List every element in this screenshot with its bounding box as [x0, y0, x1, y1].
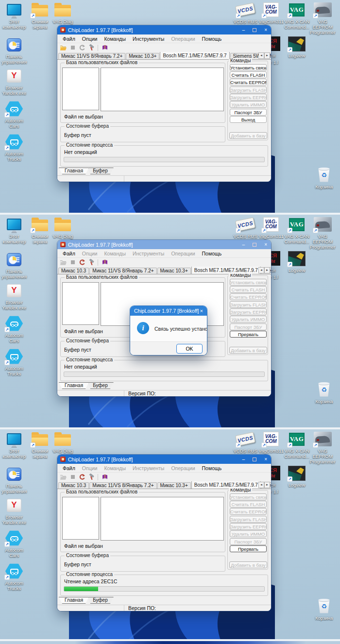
desktop-icon-vag-diag[interactable]: VAG Diag: [49, 217, 77, 239]
desktop-icon-recycle-bin[interactable]: ♻ Корзина: [311, 598, 337, 621]
reset-icon[interactable]: [78, 258, 86, 266]
tab-mikas103[interactable]: Микас 10.3: [58, 482, 89, 489]
desktop-icon-vag-xcan[interactable]: VAG ↗ VAG X-CAN Command...: [284, 217, 310, 244]
desktop-icon-this-pc[interactable]: Этот компьютер: [1, 217, 27, 244]
close-button[interactable]: ×: [264, 28, 267, 33]
desktop-icon-browser-yandex[interactable]: Y Browser Yandex.exe: [1, 68, 27, 96]
desktop-icon-vag-xcan[interactable]: VAG ↗ VAG X-CAN Command...: [284, 431, 310, 459]
desktop-icon-recycle-bin[interactable]: ♻ Корзина: [311, 167, 337, 189]
read-flash-button[interactable]: Считать FLASH: [230, 71, 267, 78]
settings-hammer-icon[interactable]: [87, 258, 95, 266]
help-book-icon[interactable]: [101, 258, 109, 266]
help-book-icon[interactable]: [101, 44, 109, 51]
desktop-icon-this-pc[interactable]: Этот компьютер: [1, 2, 27, 30]
file-category-list[interactable]: [62, 282, 99, 325]
desktop-icon-control-panel[interactable]: Панель управления: [1, 252, 27, 279]
tab-bosch-me7[interactable]: Bosch ME7.1/ME7.5/ME7.9.7: [191, 481, 261, 489]
tab-mikas11[interactable]: Микас 11/VS 8/Январь 7.2+: [89, 268, 156, 274]
desktop-icon-browser-yandex[interactable]: Y Browser Yandex.exe: [1, 283, 27, 310]
maximize-button[interactable]: [253, 458, 256, 461]
minimize-button[interactable]: –: [242, 28, 245, 33]
minimize-button[interactable]: –: [242, 457, 245, 462]
menu-help[interactable]: Помощь: [199, 251, 225, 256]
bottom-tab-main[interactable]: Главная: [59, 597, 89, 604]
desktop-icon-vcds-rus[interactable]: VCDS ↗ VCDS RUS: [232, 431, 258, 454]
desktop-icon-autocom-trucks[interactable]: ↗ Autocom Trucks: [1, 563, 27, 591]
open-file-icon[interactable]: [59, 44, 68, 51]
desktop-icon-this-pc[interactable]: Этот компьютер: [1, 431, 27, 459]
tab-scroll-right-icon[interactable]: ►: [264, 267, 270, 273]
menu-help[interactable]: Помощь: [199, 465, 225, 471]
bottom-tab-buffer[interactable]: Буфер: [87, 597, 114, 604]
close-button[interactable]: ×: [264, 457, 267, 462]
exit-button[interactable]: Выход: [230, 116, 267, 123]
maximize-button[interactable]: [253, 243, 256, 247]
menu-commands[interactable]: Команды: [101, 36, 129, 42]
file-list[interactable]: [101, 497, 224, 541]
desktop-icon-vcds-rus[interactable]: VCDS ↗ VCDS RUS: [232, 217, 258, 239]
desktop-icon-vag-diag[interactable]: VAG Diag: [49, 431, 77, 454]
menu-options[interactable]: Опции: [79, 36, 101, 42]
desktop-icon-autocom-trucks[interactable]: ↗ Autocom Trucks: [1, 349, 27, 376]
desktop-icon-vag-eeprom[interactable]: ↗ VAG EEPROM Programmer: [308, 431, 337, 464]
ok-button[interactable]: OK: [176, 344, 203, 354]
desktop-icon-vcds-rus[interactable]: VCDS ↗ VCDS RUS: [232, 2, 258, 24]
bottom-tab-main[interactable]: Главная: [59, 168, 89, 174]
bottom-tab-buffer[interactable]: Буфер: [87, 382, 114, 389]
tab-scroll-left-icon[interactable]: ◄: [258, 482, 264, 488]
desktop-icon-logview[interactable]: ↗ Logview: [284, 36, 310, 58]
close-button[interactable]: ×: [264, 242, 267, 247]
tab-scroll-left-icon[interactable]: ◄: [258, 52, 264, 59]
desktop-icon-vagcom311[interactable]: VAG- COM ↗ VagCom311: [258, 431, 284, 454]
tab-mikas103plus[interactable]: Микас 10.3+: [126, 53, 159, 59]
ecu-passport-button[interactable]: Паспорт ЗБУ: [230, 109, 267, 116]
menu-help[interactable]: Помощь: [199, 36, 225, 42]
dialog-close-icon[interactable]: ×: [200, 308, 203, 314]
tab-scroll-right-icon[interactable]: ►: [264, 482, 270, 488]
desktop-icon-control-panel[interactable]: Панель управления: [1, 37, 27, 65]
menu-file[interactable]: Файл: [59, 465, 79, 471]
desktop-icon-autocom-cars[interactable]: ↗ Autocom Cars: [1, 101, 27, 129]
desktop-icon-logview[interactable]: ↗ Logview: [284, 251, 310, 273]
desktop-icon-autocom-trucks[interactable]: ↗ Autocom Trucks: [1, 134, 27, 162]
tab-mikas11[interactable]: Микас 11/VS 8/Январь 7.2+: [89, 482, 156, 489]
tab-bosch-me7[interactable]: Bosch ME7.1/ME7.5/ME7.9.7: [191, 267, 261, 274]
maximize-button[interactable]: [253, 28, 256, 32]
desktop-icon-recycle-bin[interactable]: ♻ Корзина: [311, 382, 337, 404]
menu-file[interactable]: Файл: [59, 36, 79, 42]
file-category-list[interactable]: [62, 68, 99, 110]
desktop-icon-vag-xcan[interactable]: VAG ↗ VAG X-CAN Command...: [284, 2, 310, 30]
bottom-tab-buffer[interactable]: Буфер: [87, 168, 114, 174]
desktop-icon-browser-yandex[interactable]: Y Browser Yandex.exe: [1, 497, 27, 525]
reset-icon[interactable]: [78, 473, 86, 481]
desktop-icon-vag-eeprom[interactable]: ↗ VAG EEPROM Programmer: [308, 2, 337, 35]
abort-button[interactable]: Прервать: [230, 331, 267, 338]
desktop-icon-vagcom311[interactable]: VAG- COM ↗ VagCom311: [258, 2, 284, 24]
tab-mikas103[interactable]: Микас 10.3: [58, 268, 89, 274]
help-book-icon[interactable]: [101, 473, 109, 481]
abort-button[interactable]: Прервать: [230, 545, 267, 552]
tab-mikas103plus[interactable]: Микас 10.3+: [157, 482, 191, 489]
settings-hammer-icon[interactable]: [87, 44, 95, 51]
menu-tools[interactable]: Инструменты: [129, 36, 168, 42]
menu-file[interactable]: Файл: [59, 251, 79, 256]
tab-mikas103plus[interactable]: Микас 10.3+: [157, 268, 191, 274]
file-list[interactable]: [101, 68, 224, 111]
tab-mikas11[interactable]: Микас 11/VS 8/Январь 7.2+: [58, 53, 125, 59]
desktop-icon-autocom-cars[interactable]: ↗ Autocom Cars: [1, 530, 27, 558]
settings-hammer-icon[interactable]: [87, 473, 95, 481]
desktop-icon-vag-eeprom[interactable]: ↗ VAG EEPROM Programmer: [308, 217, 337, 250]
tab-scroll-left-icon[interactable]: ◄: [258, 267, 264, 273]
desktop-icon-vag-diag[interactable]: VAG Diag: [49, 2, 77, 24]
file-category-list[interactable]: [62, 497, 99, 540]
tab-bosch-me7[interactable]: Bosch ME7.1/ME7.5/ME7.9.7: [160, 52, 229, 59]
read-eeprom-button[interactable]: Считать EEPROM: [230, 79, 267, 85]
desktop-icon-logview[interactable]: ↗ Logview: [284, 465, 310, 488]
desktop-icon-vagcom311[interactable]: VAG- COM ↗ VagCom311: [258, 217, 284, 239]
minimize-button[interactable]: –: [242, 242, 245, 247]
tab-scroll-right-icon[interactable]: ►: [264, 52, 270, 59]
bottom-tab-main[interactable]: Главная: [59, 382, 89, 389]
desktop-icon-autocom-cars[interactable]: ↗ Autocom Cars: [1, 316, 27, 343]
desktop-icon-control-panel[interactable]: Панель управления: [1, 466, 27, 494]
connect-button[interactable]: Установить связь: [230, 64, 267, 71]
